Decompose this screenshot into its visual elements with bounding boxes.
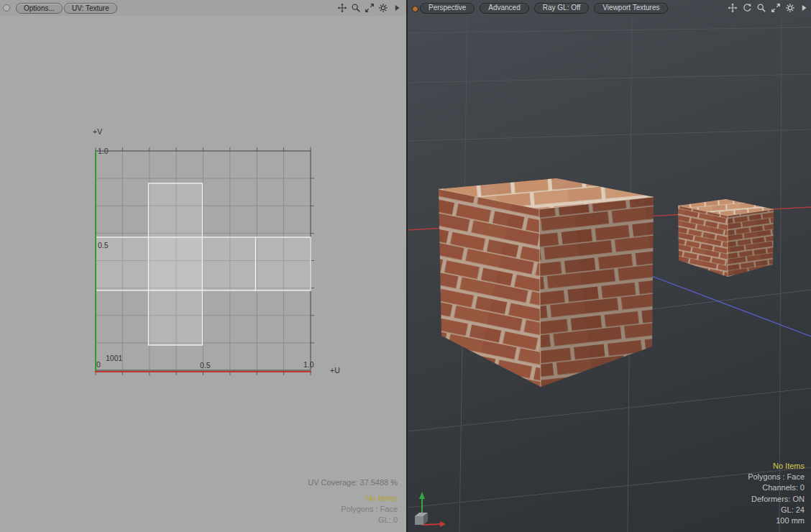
vp-selection-readout: No Items bbox=[748, 461, 805, 472]
vp-gl-readout: GL: 24 bbox=[748, 505, 805, 515]
pan-icon[interactable] bbox=[336, 2, 348, 14]
maximize-icon[interactable] bbox=[364, 2, 375, 14]
options-button[interactable]: Options... bbox=[16, 3, 63, 14]
uv-selection-readout: No Items bbox=[308, 493, 398, 504]
zoom-icon[interactable] bbox=[350, 2, 362, 14]
uv-toolbar: Options... UV: Texture bbox=[0, 0, 406, 16]
uv-label-u-axis: +U bbox=[330, 366, 340, 375]
viewport-canvas[interactable] bbox=[408, 0, 811, 532]
uv-polygons-readout: Polygons : Face bbox=[308, 504, 398, 515]
uv-udim-label: 1001 bbox=[106, 354, 123, 362]
orbit-icon[interactable] bbox=[741, 2, 753, 14]
panel-menu-icon[interactable] bbox=[391, 2, 403, 14]
gizmo-cube bbox=[415, 513, 428, 525]
uv-label-u-max: 1.0 bbox=[303, 360, 314, 369]
axis-gizmo bbox=[415, 492, 446, 527]
uv-label-v-max: 1.0 bbox=[98, 147, 109, 155]
zoom-icon[interactable] bbox=[756, 2, 767, 14]
gear-icon[interactable] bbox=[377, 2, 389, 14]
viewport-indicator-dot[interactable] bbox=[412, 6, 418, 12]
maximize-icon[interactable] bbox=[770, 2, 782, 14]
vp-deformers-readout: Deformers: ON bbox=[748, 494, 805, 505]
brick-cube-small[interactable] bbox=[678, 199, 774, 277]
uv-label-u-mid: 0.5 bbox=[200, 361, 211, 370]
viewport-status-block: No Items Polygons : Face Channels: 0 Def… bbox=[748, 461, 805, 526]
uv-grid-ticks-right bbox=[311, 178, 314, 343]
uv-editor-panel: +V 1.0 0.5 1001 0 0.5 1.0 +U Options... … bbox=[0, 0, 406, 532]
uv-canvas[interactable]: +V 1.0 0.5 1001 0 0.5 1.0 +U bbox=[0, 0, 406, 532]
shading-mode-button[interactable]: Advanced bbox=[480, 3, 528, 14]
ray-gl-button[interactable]: Ray GL: Off bbox=[534, 3, 590, 14]
modo-uv-layout: +V 1.0 0.5 1001 0 0.5 1.0 +U Options... … bbox=[0, 0, 811, 532]
camera-view-button[interactable]: Perspective bbox=[420, 3, 475, 14]
panel-menu-icon[interactable] bbox=[798, 2, 810, 14]
panel-handle[interactable] bbox=[3, 4, 10, 12]
uv-coverage-readout: UV Coverage: 37.5488 % bbox=[308, 477, 398, 488]
uv-label-v-mid: 0.5 bbox=[98, 241, 109, 249]
uv-status-block: UV Coverage: 37.5488 % No Items Polygons… bbox=[308, 477, 398, 526]
brick-cube-large[interactable] bbox=[439, 178, 654, 387]
vp-channels-readout: Channels: 0 bbox=[748, 482, 805, 493]
viewport-textures-button[interactable]: Viewport Textures bbox=[594, 3, 668, 14]
perspective-viewport-panel: Perspective Advanced Ray GL: Off Viewpor… bbox=[406, 0, 811, 532]
uv-gl-readout: GL: 0 bbox=[308, 515, 398, 526]
uv-label-origin: 0 bbox=[96, 360, 101, 369]
gear-icon[interactable] bbox=[784, 2, 796, 14]
gizmo-x-axis bbox=[422, 524, 441, 525]
vp-polygons-readout: Polygons : Face bbox=[748, 472, 805, 482]
uv-grid-ticks-top bbox=[96, 147, 311, 151]
uv-mode-button[interactable]: UV: Texture bbox=[64, 3, 117, 14]
uv-label-v-axis: +V bbox=[93, 127, 102, 136]
pan-icon[interactable] bbox=[727, 2, 738, 14]
vp-grid-size-readout: 100 mm bbox=[748, 515, 805, 526]
